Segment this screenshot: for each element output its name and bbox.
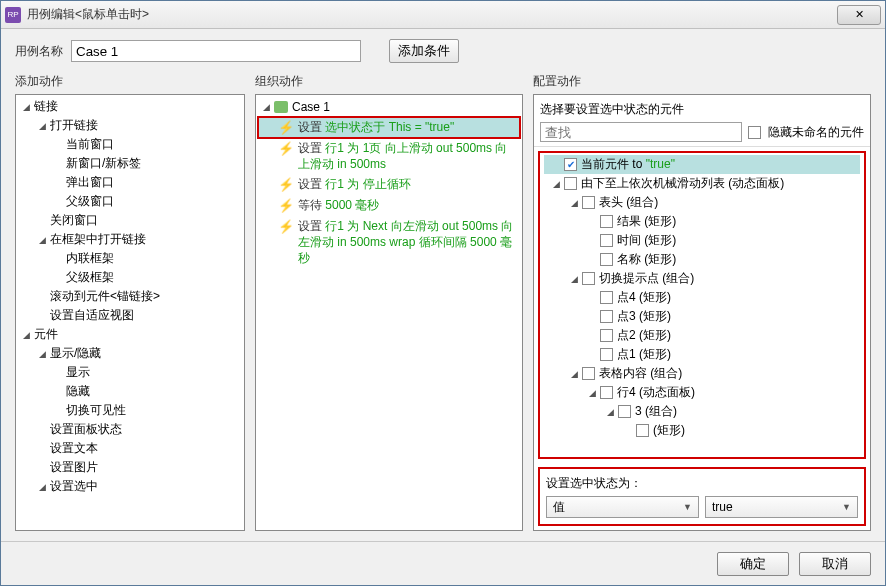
tree-item-label: 内联框架 <box>66 250 114 267</box>
config-tree-item[interactable]: 时间 (矩形) <box>544 231 860 250</box>
config-tree-item[interactable]: ◢3 (组合) <box>544 402 860 421</box>
tree-toggle[interactable]: ◢ <box>20 101 32 113</box>
config-title: 选择要设置选中状态的元件 <box>540 101 864 118</box>
tree-item[interactable]: 内联框架 <box>16 249 244 268</box>
tree-item-label: 设置自适应视图 <box>50 307 134 324</box>
case-header-row[interactable]: ◢ Case 1 <box>258 97 520 117</box>
action-tree-panel[interactable]: ◢链接◢打开链接当前窗口新窗口/新标签弹出窗口父级窗口关闭窗口◢在框架中打开链接… <box>15 94 245 531</box>
cancel-button[interactable]: 取消 <box>799 552 871 576</box>
columns: 添加动作 ◢链接◢打开链接当前窗口新窗口/新标签弹出窗口父级窗口关闭窗口◢在框架… <box>15 73 871 531</box>
checkbox-icon[interactable] <box>582 196 595 209</box>
config-tree-item[interactable]: ◢切换提示点 (组合) <box>544 269 860 288</box>
config-item-label: 时间 (矩形) <box>617 232 676 249</box>
action-text: 设置 选中状态于 This = "true" <box>298 119 454 135</box>
config-tree-item[interactable]: 点3 (矩形) <box>544 307 860 326</box>
tree-item[interactable]: 显示 <box>16 363 244 382</box>
config-tree-item[interactable]: ◢表头 (组合) <box>544 193 860 212</box>
config-tree-item[interactable]: 点4 (矩形) <box>544 288 860 307</box>
tree-item[interactable]: ◢显示/隐藏 <box>16 344 244 363</box>
config-tree-item[interactable]: 名称 (矩形) <box>544 250 860 269</box>
tree-toggle[interactable]: ◢ <box>568 368 580 380</box>
config-tree-item[interactable]: 点2 (矩形) <box>544 326 860 345</box>
tree-item[interactable]: 设置图片 <box>16 458 244 477</box>
tree-item[interactable]: ◢链接 <box>16 97 244 116</box>
config-tree-item[interactable]: 当前元件 to "true" <box>544 155 860 174</box>
checkbox-icon[interactable] <box>582 272 595 285</box>
config-tree-item[interactable]: ◢行4 (动态面板) <box>544 383 860 402</box>
action-item[interactable]: ⚡设置 行1 为 Next 向左滑动 out 500ms 向左滑动 in 500… <box>258 216 520 268</box>
tree-toggle[interactable]: ◢ <box>550 178 562 190</box>
add-condition-button[interactable]: 添加条件 <box>389 39 459 63</box>
tree-item[interactable]: 设置文本 <box>16 439 244 458</box>
chevron-down-icon: ▼ <box>683 502 692 512</box>
tree-item[interactable]: 设置自适应视图 <box>16 306 244 325</box>
tree-item[interactable]: 父级框架 <box>16 268 244 287</box>
case-name-input[interactable] <box>71 40 361 62</box>
tree-item[interactable]: 父级窗口 <box>16 192 244 211</box>
config-tree-item[interactable]: 结果 (矩形) <box>544 212 860 231</box>
checkbox-icon[interactable] <box>600 329 613 342</box>
add-action-label: 添加动作 <box>15 73 245 90</box>
action-item[interactable]: ⚡设置 行1 为 1页 向上滑动 out 500ms 向上滑动 in 500ms <box>258 138 520 174</box>
set-state-label: 设置选中状态为： <box>546 475 858 492</box>
content-area: 用例名称 添加条件 添加动作 ◢链接◢打开链接当前窗口新窗口/新标签弹出窗口父级… <box>1 29 885 541</box>
tree-item[interactable]: 切换可见性 <box>16 401 244 420</box>
checkbox-icon[interactable] <box>582 367 595 380</box>
tree-toggle[interactable]: ◢ <box>36 481 48 493</box>
tree-item[interactable]: ◢打开链接 <box>16 116 244 135</box>
config-tree-item[interactable]: ◢由下至上依次机械滑动列表 (动态面板) <box>544 174 860 193</box>
checkbox-icon[interactable] <box>564 177 577 190</box>
checkbox-icon[interactable] <box>600 215 613 228</box>
checkbox-icon[interactable] <box>600 310 613 323</box>
tree-item[interactable]: ◢在框架中打开链接 <box>16 230 244 249</box>
tree-item[interactable]: 当前窗口 <box>16 135 244 154</box>
tree-item[interactable]: 关闭窗口 <box>16 211 244 230</box>
tree-toggle[interactable]: ◢ <box>568 273 580 285</box>
tree-toggle[interactable]: ◢ <box>36 348 48 360</box>
config-tree[interactable]: 当前元件 to "true"◢由下至上依次机械滑动列表 (动态面板)◢表头 (组… <box>538 151 866 459</box>
tree-item[interactable]: 设置面板状态 <box>16 420 244 439</box>
configure-panel: 选择要设置选中状态的元件 隐藏未命名的元件 当前元件 to "true"◢由下至… <box>533 94 871 531</box>
checkbox-icon[interactable] <box>600 291 613 304</box>
tree-item[interactable]: 隐藏 <box>16 382 244 401</box>
tree-item[interactable]: ◢设置选中 <box>16 477 244 496</box>
tree-toggle[interactable]: ◢ <box>36 234 48 246</box>
tree-toggle[interactable]: ◢ <box>568 197 580 209</box>
close-button[interactable]: ✕ <box>837 5 881 25</box>
tree-item[interactable]: 弹出窗口 <box>16 173 244 192</box>
config-item-label: (矩形) <box>653 422 685 439</box>
action-text: 设置 行1 为 停止循环 <box>298 176 411 192</box>
actions-panel[interactable]: ◢ Case 1 ⚡设置 选中状态于 This = "true"⚡设置 行1 为… <box>255 94 523 531</box>
value-type-dropdown[interactable]: 值 ▼ <box>546 496 699 518</box>
checkbox-icon[interactable] <box>618 405 631 418</box>
config-search-input[interactable] <box>540 122 742 142</box>
action-item[interactable]: ⚡设置 行1 为 停止循环 <box>258 174 520 195</box>
action-item[interactable]: ⚡设置 选中状态于 This = "true" <box>258 117 520 138</box>
tree-item[interactable]: ◢元件 <box>16 325 244 344</box>
config-tree-item[interactable]: (矩形) <box>544 421 860 440</box>
value-dropdown[interactable]: true ▼ <box>705 496 858 518</box>
checkbox-icon[interactable] <box>600 386 613 399</box>
action-item[interactable]: ⚡等待 5000 毫秒 <box>258 195 520 216</box>
action-text: 等待 5000 毫秒 <box>298 197 379 213</box>
checkbox-icon[interactable] <box>600 234 613 247</box>
tree-item[interactable]: 滚动到元件<锚链接> <box>16 287 244 306</box>
checkbox-icon[interactable] <box>636 424 649 437</box>
checkbox-icon[interactable] <box>564 158 577 171</box>
checkbox-icon[interactable] <box>600 348 613 361</box>
config-tree-item[interactable]: 点1 (矩形) <box>544 345 860 364</box>
config-tree-item[interactable]: ◢表格内容 (组合) <box>544 364 860 383</box>
checkbox-icon[interactable] <box>600 253 613 266</box>
tree-toggle[interactable]: ◢ <box>20 329 32 341</box>
tree-item-label: 显示/隐藏 <box>50 345 101 362</box>
tree-toggle[interactable]: ◢ <box>586 387 598 399</box>
tree-item-label: 打开链接 <box>50 117 98 134</box>
hide-unnamed-checkbox[interactable]: 隐藏未命名的元件 <box>748 124 864 141</box>
tree-item[interactable]: 新窗口/新标签 <box>16 154 244 173</box>
bolt-icon: ⚡ <box>278 198 294 214</box>
ok-button[interactable]: 确定 <box>717 552 789 576</box>
tree-toggle[interactable]: ◢ <box>604 406 616 418</box>
case-toggle[interactable]: ◢ <box>260 101 272 113</box>
tree-toggle[interactable]: ◢ <box>36 120 48 132</box>
chevron-down-icon: ▼ <box>842 502 851 512</box>
